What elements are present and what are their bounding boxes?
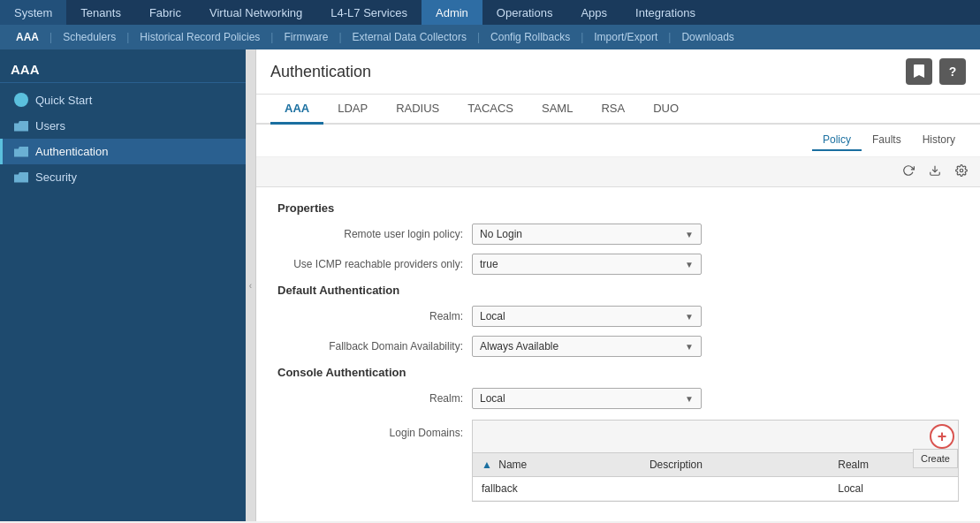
tab-saml[interactable]: SAML bbox=[528, 95, 587, 125]
col-realm-label: Realm bbox=[838, 459, 869, 471]
quick-start-icon bbox=[14, 93, 28, 107]
sidebar-item-users[interactable]: Users bbox=[0, 113, 246, 139]
icmp-label: Use ICMP reachable providers only: bbox=[277, 258, 472, 270]
col-description: Description bbox=[641, 453, 829, 477]
page-title: Authentication bbox=[270, 63, 371, 81]
sidebar-item-quick-start[interactable]: Quick Start bbox=[0, 87, 246, 113]
table-row[interactable]: fallback Local bbox=[473, 477, 958, 501]
fallback-domain-row: Fallback Domain Availability: Always Ava… bbox=[277, 336, 959, 357]
tab-ldap[interactable]: LDAP bbox=[323, 95, 382, 125]
sep4: | bbox=[337, 31, 343, 43]
row-realm: Local bbox=[829, 477, 958, 501]
sec-nav-historical[interactable]: Historical Record Policies bbox=[131, 25, 269, 49]
sec-nav-firmware[interactable]: Firmware bbox=[275, 25, 337, 49]
default-realm-row: Realm: Local ▼ bbox=[277, 306, 959, 327]
sidebar-collapse-handle[interactable]: ‹ bbox=[246, 49, 256, 521]
sidebar-header: AAA bbox=[0, 57, 246, 83]
nav-item-l4l7[interactable]: L4-L7 Services bbox=[316, 0, 422, 25]
tab-aaa[interactable]: AAA bbox=[270, 95, 323, 125]
tab-duo[interactable]: DUO bbox=[639, 95, 693, 125]
row-name: fallback bbox=[473, 477, 641, 501]
sidebar-item-label: Users bbox=[35, 119, 65, 133]
folder-icon bbox=[14, 121, 28, 132]
chevron-down-icon: ▼ bbox=[685, 342, 694, 352]
sec-nav-config[interactable]: Config Rollbacks bbox=[482, 25, 579, 49]
remote-login-dropdown[interactable]: No Login ▼ bbox=[472, 224, 702, 245]
sub-tab-history[interactable]: History bbox=[912, 130, 966, 151]
folder-icon bbox=[14, 172, 28, 183]
sidebar-item-authentication[interactable]: Authentication bbox=[0, 139, 246, 164]
sidebar: AAA Quick Start Users Authentication Sec… bbox=[0, 49, 246, 521]
remote-login-label: Remote user login policy: bbox=[277, 228, 472, 240]
tabs-bar: AAA LDAP RADIUS TACACS SAML RSA DUO bbox=[256, 95, 980, 125]
plus-icon: + bbox=[938, 428, 947, 444]
nav-item-tenants[interactable]: Tenants bbox=[66, 0, 135, 25]
icmp-value: true bbox=[480, 258, 498, 270]
sidebar-item-label: Authentication bbox=[35, 145, 108, 158]
sep7: | bbox=[666, 31, 672, 43]
login-domains-row: Login Domains: + Create bbox=[277, 420, 959, 502]
default-realm-dropdown[interactable]: Local ▼ bbox=[472, 306, 702, 327]
table-toolbar: + Create bbox=[473, 421, 958, 453]
console-realm-value: Local bbox=[480, 392, 505, 405]
login-domains-table: ▲ Name Description Realm bbox=[473, 453, 958, 501]
create-tooltip: Create bbox=[913, 449, 958, 468]
sec-nav-schedulers[interactable]: Schedulers bbox=[54, 25, 125, 49]
col-description-label: Description bbox=[650, 459, 703, 471]
download-button[interactable] bbox=[923, 161, 946, 183]
remote-login-row: Remote user login policy: No Login ▼ bbox=[277, 224, 959, 245]
sidebar-item-label: Quick Start bbox=[35, 94, 92, 107]
content-toolbar bbox=[256, 157, 980, 187]
chevron-down-icon: ▼ bbox=[685, 230, 694, 239]
nav-item-integrations[interactable]: Integrations bbox=[621, 0, 710, 25]
sep1: | bbox=[48, 31, 54, 43]
default-auth-title: Default Authentication bbox=[277, 284, 959, 297]
console-realm-dropdown[interactable]: Local ▼ bbox=[472, 388, 702, 409]
tab-tacacs[interactable]: TACACS bbox=[453, 95, 528, 125]
nav-item-system[interactable]: System bbox=[0, 0, 66, 25]
bookmark-icon bbox=[913, 64, 925, 79]
tab-rsa[interactable]: RSA bbox=[587, 95, 639, 125]
sidebar-item-security[interactable]: Security bbox=[0, 164, 246, 190]
sort-icon: ▲ bbox=[482, 459, 492, 471]
login-domains-section: Login Domains: + Create bbox=[277, 420, 959, 502]
sec-nav-import-export[interactable]: Import/Export bbox=[585, 25, 666, 49]
sec-nav-external[interactable]: External Data Collectors bbox=[344, 25, 475, 49]
console-realm-row: Realm: Local ▼ bbox=[277, 388, 959, 409]
nav-item-apps[interactable]: Apps bbox=[566, 0, 621, 25]
icmp-dropdown[interactable]: true ▼ bbox=[472, 254, 702, 275]
row-description bbox=[641, 477, 829, 501]
sec-nav-downloads[interactable]: Downloads bbox=[672, 25, 742, 49]
default-realm-value: Local bbox=[480, 310, 505, 322]
login-domains-table-wrap: + Create ▲ Name bbox=[472, 420, 959, 502]
nav-item-fabric[interactable]: Fabric bbox=[135, 0, 195, 25]
refresh-button[interactable] bbox=[897, 161, 920, 183]
default-realm-label: Realm: bbox=[277, 310, 472, 322]
content-header: Authentication ? bbox=[256, 49, 980, 95]
col-name-label: Name bbox=[498, 459, 527, 471]
folder-icon bbox=[14, 147, 28, 157]
tab-radius[interactable]: RADIUS bbox=[382, 95, 453, 125]
fallback-domain-label: Fallback Domain Availability: bbox=[277, 340, 472, 352]
console-realm-label: Realm: bbox=[277, 392, 472, 405]
settings-button[interactable] bbox=[950, 161, 973, 183]
col-name[interactable]: ▲ Name bbox=[473, 453, 641, 477]
nav-item-operations[interactable]: Operations bbox=[482, 0, 567, 25]
fallback-domain-value: Always Available bbox=[480, 340, 558, 352]
fallback-domain-dropdown[interactable]: Always Available ▼ bbox=[472, 336, 702, 357]
sub-tab-faults[interactable]: Faults bbox=[862, 130, 912, 151]
help-icon: ? bbox=[949, 64, 957, 79]
create-button[interactable]: + bbox=[930, 424, 954, 449]
header-icons: ? bbox=[906, 58, 966, 85]
nav-item-admin[interactable]: Admin bbox=[422, 0, 482, 25]
chevron-down-icon: ▼ bbox=[685, 260, 694, 269]
help-icon-btn[interactable]: ? bbox=[939, 58, 966, 85]
nav-item-virtual-networking[interactable]: Virtual Networking bbox=[195, 0, 316, 25]
icmp-row: Use ICMP reachable providers only: true … bbox=[277, 254, 959, 275]
bookmark-icon-btn[interactable] bbox=[906, 58, 932, 85]
sidebar-item-label: Security bbox=[35, 171, 77, 184]
secondary-nav: AAA | Schedulers | Historical Record Pol… bbox=[0, 25, 980, 49]
sec-nav-aaa[interactable]: AAA bbox=[7, 25, 48, 49]
sub-tab-policy[interactable]: Policy bbox=[812, 130, 862, 151]
sep5: | bbox=[475, 31, 482, 43]
